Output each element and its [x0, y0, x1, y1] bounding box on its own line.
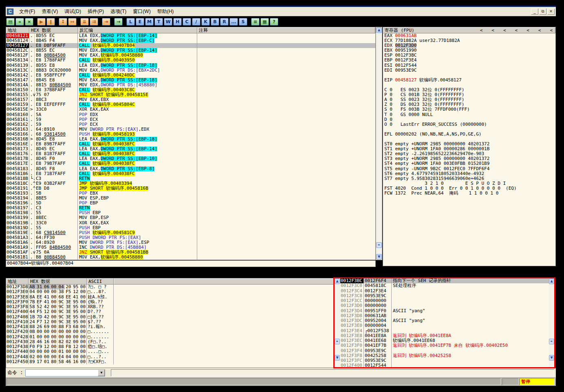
menu-item-5[interactable]: 窗口(W) [130, 8, 154, 15]
disasm-row[interactable]: 00458197.C3RETN [6, 206, 375, 210]
scroll-thumb[interactable]: ≡ [376, 242, 382, 248]
dump-row[interactable]: 0012F4400000000001000000....□... [6, 349, 334, 354]
restart-button[interactable]: « [15, 18, 24, 26]
scroll-thumb[interactable]: ≡ [549, 339, 554, 344]
menu-item-3[interactable]: 插件(P) [84, 8, 107, 15]
stack-right-scrollbar[interactable]: ▲ ≡ ▼ [549, 278, 555, 368]
trace-into-button[interactable]: ⇊ [80, 18, 89, 26]
disasm-row[interactable]: 0045815E>33C0XOR EAX,EAX [6, 107, 375, 112]
chevron-left-icon[interactable]: < [527, 28, 529, 33]
disasm-row[interactable]: 004581A9.FF05 84B84500INC DWORD PTR DS:[… [6, 245, 375, 250]
go-to-button[interactable]: → [114, 18, 123, 26]
menu-item-1[interactable]: 查看(V) [38, 8, 61, 15]
register-line[interactable]: ESP 0012F3BC [383, 53, 555, 58]
stack-row[interactable]: 0012F3E000000004 [340, 323, 549, 328]
dump-row[interactable]: 0012F4200B00000000000000□....... [6, 329, 334, 334]
registers-chevrons[interactable]: <<<<<<< [471, 28, 553, 33]
scroll-thumb[interactable]: ≡ [335, 339, 340, 344]
log-window-button[interactable]: L [126, 18, 135, 26]
register-line[interactable]: ST1 empty +UNORM 1FA0 00000286 0000001B [383, 147, 555, 151]
chevron-left-icon[interactable]: < [503, 28, 506, 33]
scroll-down-icon[interactable]: ▼ [549, 355, 554, 361]
threads-button[interactable]: T [154, 18, 163, 26]
register-line[interactable]: O 0 LastErr ERROR_SUCCESS (00000000) [383, 122, 555, 127]
register-line[interactable]: EFL 00000202 (NO,NB,NE,A,NS,PO,GE,G) [383, 132, 555, 137]
register-line[interactable] [383, 127, 555, 132]
stack-row[interactable]: 0012F4000012F544 [340, 363, 549, 368]
step-into-button[interactable]: ↧ [59, 18, 67, 26]
disasm-row[interactable]: 00458127.E8 D8F9FAFFCALL 软编码序.00407B04 [6, 43, 375, 48]
disasm-row[interactable]: 00458150.E8 37BBFAFFCALL 软编码序.00403C8C [6, 88, 375, 92]
windows-button[interactable]: W [164, 18, 172, 26]
options-list-button[interactable]: ≡ [251, 18, 260, 26]
cpu-window-button[interactable]: C [183, 18, 191, 26]
trace-over-button[interactable]: ⇉ [90, 18, 98, 26]
disasm-row[interactable]: 00458191.^EB D8JMP SHORT 软编码序.0045816B [6, 186, 375, 191]
chevron-left-icon[interactable]: < [550, 28, 553, 33]
menu-item-0[interactable]: 文件(F) [16, 8, 38, 15]
stack-row[interactable]: 0012F3D000000000 [340, 303, 549, 308]
disasm-row[interactable]: 0045819B.33C0XOR EAX,EAX [6, 221, 375, 226]
disasm-row[interactable]: 00458176.E8 81B7FAFFCALL 软编码序.004038FC [6, 151, 375, 156]
dump-row[interactable]: 0012F4508917018058461600?□€XF□. [6, 359, 334, 364]
menu-item-4[interactable]: 选项(T) [107, 8, 130, 15]
source-button[interactable]: S [239, 18, 247, 26]
command-input[interactable] [26, 370, 98, 376]
minimize-button[interactable]: _ [531, 9, 538, 15]
step-over-button[interactable]: ↦ [68, 18, 77, 26]
command-combobox[interactable]: ▼ [25, 369, 105, 377]
register-line[interactable]: EDI 00953E9C [383, 68, 555, 73]
register-line[interactable]: 3 2 1 0 E S P U O Z D I [383, 181, 555, 186]
scroll-down-icon[interactable]: ▼ [376, 254, 382, 260]
dump-row[interactable]: 0012F3E88AEE410068EE4100娃A.h預. [6, 295, 334, 300]
register-line[interactable]: A 0 SS 0023 32位 0(FFFFFFFF) [383, 97, 555, 102]
chevron-left-icon[interactable]: < [480, 28, 483, 33]
handles-button[interactable]: H [173, 18, 182, 26]
register-line[interactable]: FST 4020 Cond 1 0 0 0 Err 0 0 1 0 0 0 0 … [383, 186, 555, 191]
register-line[interactable]: Z 0 DS 0023 32位 0(FFFFFFFF) [383, 102, 555, 107]
executables-button[interactable]: E [136, 18, 144, 26]
register-line[interactable]: T 0 GS 0000 NULL [383, 112, 555, 117]
register-line[interactable]: C 0 ES 0023 32位 0(FFFFFFFF) [383, 88, 555, 92]
app-icon[interactable]: C [7, 9, 13, 15]
register-line[interactable]: ESI 0012F544 [383, 63, 555, 68]
chevron-down-icon[interactable]: ▼ [98, 370, 105, 376]
disasm-row[interactable]: 00458186.E8 71B7FAFFCALL 软编码序.004038FC [6, 171, 375, 176]
appearance-button[interactable]: ▦ [260, 18, 269, 26]
dump-row[interactable]: 0012F4280100000000000000□....... [6, 335, 334, 339]
dump-row[interactable]: 0012F4081B7D42009C3E9500□}B.?? [6, 315, 334, 320]
patches-button[interactable]: / [192, 18, 200, 26]
register-line[interactable]: ST6 empty 4.6779745918052033440e-4932 [383, 171, 555, 176]
run-trace-button[interactable]: ... [229, 18, 238, 26]
register-line[interactable]: P 0 CS 001B 32位 0(FFFFFFFF) [383, 92, 555, 97]
disasm-row[interactable]: 00458196.5DPOP EBP [6, 201, 375, 206]
chevron-left-icon[interactable]: < [538, 28, 541, 33]
disasm-row[interactable]: 00458199.8BECMOV EBP,ESP [6, 215, 375, 220]
disasm-row[interactable]: 004581A3.64:FF30PUSH DWORD PTR FS:[EAX] [6, 235, 375, 240]
call-stack-button[interactable]: K [201, 18, 210, 26]
register-line[interactable]: EDX 0012F3D0 [383, 43, 555, 48]
disasm-row[interactable]: 00458162.59POP ECX [6, 122, 375, 127]
register-line[interactable]: ST4 empty +UNORM 1FA0 003E0FBB 015201B9 [383, 161, 555, 166]
disasm-vertical-scrollbar[interactable]: ▲ ≡ ▼ [376, 27, 382, 260]
disasm-row[interactable]: 00458121.8D55 ECLEA EDX,DWORD PTR SS:[EB… [6, 33, 375, 38]
menu-item-6[interactable]: 帮助(H) [154, 8, 177, 15]
disasm-row[interactable]: 00458134.E8 17B8FAFFCALL 软编码序.00403950 [6, 58, 375, 63]
references-button[interactable]: R [220, 18, 229, 26]
disasm-row[interactable]: 00458198.55PUSH EBP [6, 210, 375, 215]
register-line[interactable]: ST2 empty -2.2619856522236629470e-903 [383, 151, 555, 156]
scroll-up-icon[interactable]: ▲ [376, 27, 382, 33]
register-line[interactable]: ST7 empty 5.9583028315946639060e+4626 [383, 176, 555, 181]
register-line[interactable]: EAX 000631AB [383, 33, 555, 38]
disasm-row[interactable]: 004581B1.B8 80B84500MOV EAX,软编码序.0045B88… [6, 255, 375, 260]
disasm-row[interactable]: 00458160.5APOP EDX [6, 112, 375, 117]
disasm-row[interactable]: 0045817E.E8 79B7FAFFCALL 软编码序.004038FC [6, 161, 375, 166]
close-process-button[interactable]: × [25, 18, 33, 26]
dump-row[interactable]: 0012F40044F512009C3E9500D?.?? [6, 309, 334, 314]
memory-map-button[interactable]: M [145, 18, 154, 26]
dump-row[interactable]: 0012F44802000000E4040000□...?.. [6, 355, 334, 359]
register-line[interactable] [383, 137, 555, 142]
register-line[interactable]: S 0 FS 003B 32位 7FFDF000(FFF) [383, 107, 555, 112]
scroll-up-icon[interactable]: ▲ [549, 278, 554, 284]
disasm-row[interactable]: 0045818C.^E9 03B2FAFFJMP 软编码序.00403394 [6, 181, 375, 186]
